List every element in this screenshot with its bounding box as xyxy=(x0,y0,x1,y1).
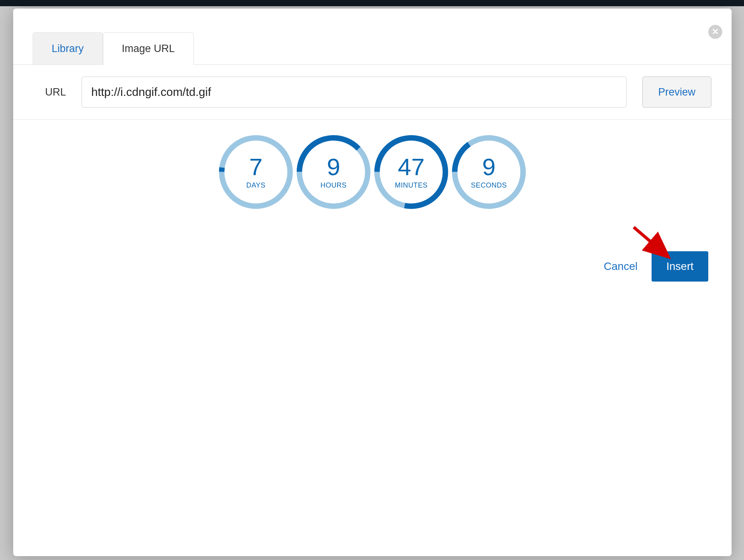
ring-content: 9SECONDS xyxy=(452,135,526,209)
app-topbar xyxy=(0,0,744,6)
ring-content: 47MINUTES xyxy=(374,135,448,209)
ring-label: SECONDS xyxy=(471,181,507,190)
url-input[interactable] xyxy=(82,77,627,108)
ring-value: 9 xyxy=(482,155,495,179)
countdown-ring: 9HOURS xyxy=(297,135,370,209)
ring-label: DAYS xyxy=(246,181,266,190)
ring-value: 47 xyxy=(398,155,425,179)
url-label: URL xyxy=(33,86,66,98)
countdown-ring: 7DAYS xyxy=(219,135,293,209)
tab-image-url[interactable]: Image URL xyxy=(103,32,194,65)
countdown-ring: 9SECONDS xyxy=(452,135,526,209)
ring-label: MINUTES xyxy=(395,181,428,190)
preview-button[interactable]: Preview xyxy=(642,77,711,108)
close-icon: ✕ xyxy=(712,27,719,37)
tab-label: Image URL xyxy=(122,43,175,55)
insert-button[interactable]: Insert xyxy=(652,251,708,282)
tab-bar: Library Image URL xyxy=(13,9,732,65)
ring-value: 9 xyxy=(327,155,340,179)
cancel-button[interactable]: Cancel xyxy=(604,260,638,273)
modal-actions: Cancel Insert xyxy=(604,251,708,282)
countdown-ring: 47MINUTES xyxy=(374,135,448,209)
url-row: URL Preview xyxy=(13,65,732,120)
close-button[interactable]: ✕ xyxy=(708,25,722,39)
countdown-image: 7DAYS9HOURS47MINUTES9SECONDS xyxy=(219,135,526,209)
ring-content: 7DAYS xyxy=(219,135,293,209)
tab-library[interactable]: Library xyxy=(33,32,103,65)
image-picker-modal: ✕ Library Image URL URL Preview 7DAYS9HO… xyxy=(13,9,732,556)
ring-label: HOURS xyxy=(320,181,347,190)
tab-label: Library xyxy=(52,43,84,55)
ring-value: 7 xyxy=(249,155,262,179)
ring-content: 9HOURS xyxy=(297,135,370,209)
preview-area: 7DAYS9HOURS47MINUTES9SECONDS xyxy=(13,120,732,209)
